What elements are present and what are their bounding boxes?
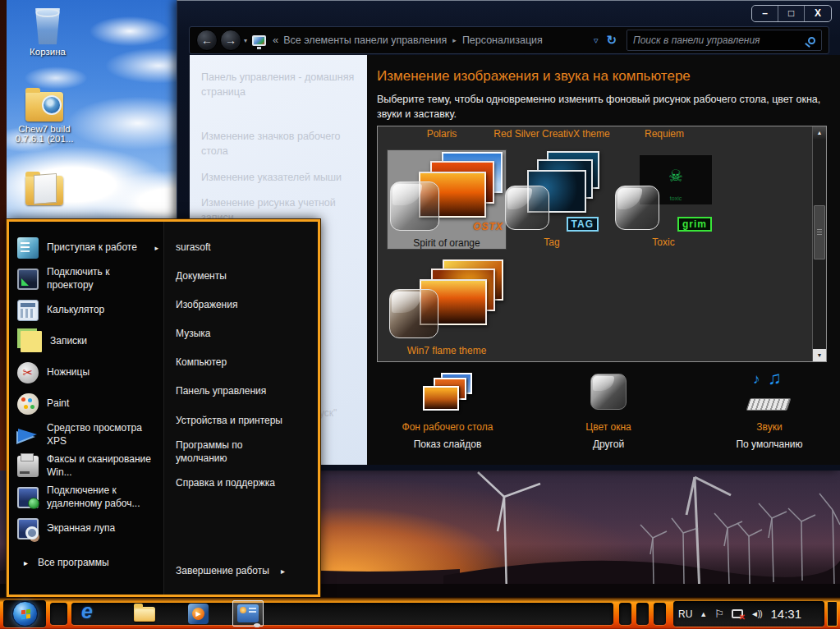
- page-subtitle: Выберите тему, чтобы одновременно измени…: [377, 92, 830, 122]
- gallery-scrollbar[interactable]: ▲ ▼: [812, 126, 826, 361]
- action-center-flag-icon[interactable]: ⚐: [714, 608, 724, 620]
- menu-item-getting-started[interactable]: Приступая к работе ▸: [17, 235, 158, 261]
- taskbar: e ▶ RU ▲ ⚐ ◄)) 14:31: [0, 597, 840, 629]
- theme-glass-frame: [615, 186, 659, 230]
- menu-item-calculator[interactable]: Калькулятор: [17, 297, 158, 324]
- window-color-setting[interactable]: Цвет окна Другой: [528, 369, 689, 450]
- active-app-highlight[interactable]: [232, 600, 264, 627]
- tag-badge: TAG: [567, 217, 599, 232]
- scroll-up-icon[interactable]: ▲: [813, 126, 826, 139]
- sounds-setting[interactable]: ♪♫ Звуки По умолчанию: [689, 369, 840, 450]
- close-button[interactable]: X: [805, 6, 831, 21]
- breadcrumb-current[interactable]: Персонализация: [462, 34, 543, 46]
- internet-explorer-icon[interactable]: e: [81, 599, 93, 623]
- menu-item-default-programs[interactable]: Программы по умолчанию: [176, 438, 274, 465]
- media-player-icon[interactable]: ▶: [188, 604, 209, 624]
- language-indicator[interactable]: RU: [678, 608, 692, 620]
- menu-item-help-support[interactable]: Справка и поддержка: [176, 477, 311, 489]
- start-button[interactable]: [12, 601, 38, 627]
- recent-pages-dropdown[interactable]: ▾: [244, 37, 247, 44]
- clock[interactable]: 14:31: [770, 607, 801, 621]
- theme-thumbnail: TAG: [503, 151, 601, 233]
- maximize-button[interactable]: □: [778, 6, 805, 21]
- menu-item-remote-desktop[interactable]: Подключение к удаленному рабоч...: [17, 484, 158, 511]
- fax-printer-icon: [17, 456, 39, 477]
- theme-tile-spirit-of-orange[interactable]: OSTX Spirit of orange: [387, 149, 507, 250]
- theme-name: Win7 flame theme: [387, 345, 507, 356]
- recycle-bin-icon: [34, 8, 62, 44]
- personalization-page-icon: [252, 35, 266, 46]
- theme-label-requiem[interactable]: Requiem: [627, 128, 701, 140]
- taskbar-slot: [50, 603, 67, 625]
- menu-item-user[interactable]: surasoft: [176, 241, 311, 253]
- theme-thumbnail: OSTX: [388, 152, 506, 234]
- scrollbar-thumb[interactable]: [814, 205, 825, 259]
- system-tray: RU ▲ ⚐ ◄)) 14:31: [673, 601, 824, 627]
- network-disconnected-icon[interactable]: [732, 609, 743, 618]
- breadcrumb-collapse-chevrons[interactable]: «: [273, 34, 278, 46]
- theme-settings-row: Фон рабочего стола Показ слайдов Цвет ок…: [367, 369, 840, 450]
- desktop-icon-folder[interactable]: [5, 176, 84, 208]
- menu-item-snipping-tool[interactable]: ✂ Ножницы: [17, 360, 158, 386]
- setting-value: Другой: [593, 438, 624, 450]
- menu-item-music[interactable]: Музыка: [176, 328, 311, 339]
- breadcrumb-separator-icon: ▸: [452, 36, 457, 44]
- menu-item-xps-viewer[interactable]: Средство просмотра XPS: [17, 422, 158, 448]
- breadcrumb-root[interactable]: Все элементы панели управления: [283, 34, 447, 46]
- setting-title[interactable]: Фон рабочего стола: [402, 421, 493, 433]
- theme-label-red-silver[interactable]: Red Silver CreativX theme: [489, 128, 614, 140]
- scroll-down-icon[interactable]: ▼: [813, 349, 826, 361]
- sidebar-text-fragment: уск": [319, 406, 337, 420]
- theme-tile-toxic[interactable]: ☠toxic grim Toxic: [613, 149, 714, 248]
- volume-icon[interactable]: ◄)): [750, 609, 762, 618]
- theme-tile-win7-flame[interactable]: Win7 flame theme: [387, 258, 507, 356]
- show-desktop-button[interactable]: [827, 601, 838, 627]
- minimize-button[interactable]: –: [752, 6, 778, 21]
- theme-tile-tag[interactable]: TAG Tag: [503, 149, 601, 248]
- menu-item-pictures[interactable]: Изображения: [176, 299, 311, 310]
- projector-icon: [17, 269, 39, 290]
- desktop-icon-recycle-bin[interactable]: Корзина: [8, 8, 87, 57]
- theme-glass-frame: [390, 181, 439, 231]
- menu-item-documents[interactable]: Документы: [176, 270, 311, 282]
- shutdown-button[interactable]: Завершение работы ▸: [176, 565, 285, 576]
- menu-item-magnifier[interactable]: Экранная лупа: [17, 516, 158, 542]
- setting-title[interactable]: Цвет окна: [585, 421, 631, 433]
- all-programs-button[interactable]: ▸ Все программы: [17, 557, 158, 568]
- forward-button[interactable]: →: [220, 30, 241, 51]
- sticky-notes-icon: [21, 331, 42, 352]
- sidebar-item-desktop-icons[interactable]: Изменение значков рабочего стола: [201, 129, 356, 158]
- taskbar-slot: [619, 603, 631, 625]
- setting-title[interactable]: Звуки: [756, 421, 782, 433]
- setting-value: По умолчанию: [736, 438, 802, 450]
- menu-item-control-panel[interactable]: Панель управления: [176, 385, 311, 397]
- taskbar-slot: [654, 603, 666, 625]
- menu-item-paint[interactable]: Paint: [17, 391, 158, 417]
- theme-thumbnail: ☠toxic grim: [613, 151, 714, 233]
- refresh-icon[interactable]: ↻: [606, 33, 617, 48]
- taskbar-slot: [636, 603, 649, 625]
- search-icon[interactable]: [808, 37, 815, 44]
- folder-icon: [25, 92, 63, 122]
- theme-label-polaris[interactable]: Polaris: [407, 128, 476, 140]
- desktop-screen: Корзина Chew7 build 0.7.6.1 (201... – □ …: [0, 0, 840, 629]
- remote-desktop-icon: [17, 487, 39, 508]
- menu-item-connect-projector[interactable]: Подключить к проектору: [17, 266, 158, 292]
- address-dropdown-icon[interactable]: ▿: [594, 35, 599, 46]
- menu-item-devices-printers[interactable]: Устройства и принтеры: [176, 414, 311, 427]
- menu-item-computer[interactable]: Компьютер: [176, 356, 311, 368]
- desktop-icon-chew7[interactable]: Chew7 build 0.7.6.1 (201...: [5, 92, 84, 144]
- search-input[interactable]: Поиск в панели управления: [627, 30, 822, 51]
- tray-expand-icon[interactable]: ▲: [700, 610, 707, 618]
- desktop-background-setting[interactable]: Фон рабочего стола Показ слайдов: [367, 369, 528, 450]
- calculator-icon: [17, 300, 39, 321]
- window-color-icon: [590, 369, 627, 415]
- taskbar-icon-strip: e ▶: [71, 603, 613, 625]
- scissors-icon: ✂: [17, 362, 39, 383]
- back-button[interactable]: ←: [196, 30, 218, 51]
- sidebar-item-mouse-pointers[interactable]: Изменение указателей мыши: [201, 170, 356, 185]
- menu-item-sticky-notes[interactable]: Записки: [17, 328, 158, 355]
- menu-item-fax-scan[interactable]: Факсы и сканирование Win...: [17, 453, 158, 480]
- sidebar-item-home[interactable]: Панель управления - домашняя страница: [201, 70, 356, 99]
- explorer-folder-icon[interactable]: [134, 607, 155, 622]
